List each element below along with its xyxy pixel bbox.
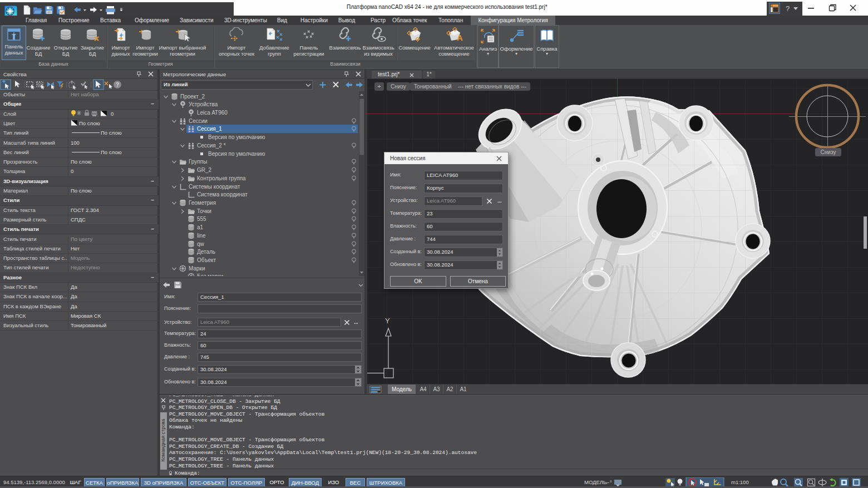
svg-text:По слою: По слою xyxy=(101,149,122,155)
svg-text:A: A xyxy=(457,33,463,42)
svg-text:?: ? xyxy=(116,82,119,88)
svg-text:⌐°: ⌐° xyxy=(606,480,612,486)
svg-text:Y: Y xyxy=(385,317,390,325)
svg-text:?: ? xyxy=(786,4,790,13)
svg-text:m1:100: m1:100 xyxy=(731,479,749,485)
svg-text:По слою: По слою xyxy=(101,130,122,136)
